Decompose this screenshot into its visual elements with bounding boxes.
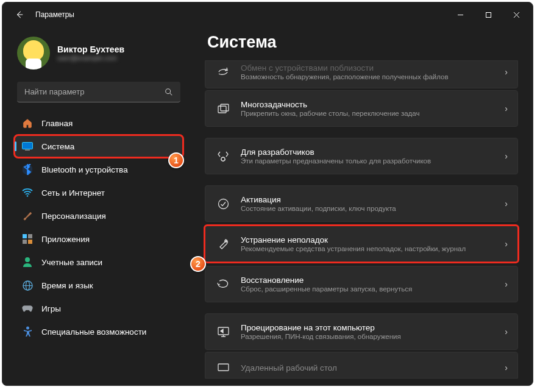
brush-icon bbox=[22, 210, 33, 221]
setting-row-share[interactable]: Обмен с устройствами поблизостиВозможнос… bbox=[205, 60, 518, 88]
arrow-left-icon bbox=[15, 10, 24, 19]
multitask-icon bbox=[216, 104, 230, 114]
setting-row-multitask[interactable]: МногозадачностьПрикрепить окна, рабочие … bbox=[205, 90, 518, 127]
nav-label: Приложения bbox=[41, 235, 90, 244]
sidebar-item-games[interactable]: Игры bbox=[15, 298, 183, 319]
row-title: Активация bbox=[241, 195, 494, 204]
chevron-right-icon: › bbox=[505, 151, 508, 161]
nav-label: Время и язык bbox=[41, 281, 93, 290]
svg-point-23 bbox=[225, 240, 226, 241]
search-input[interactable] bbox=[24, 87, 165, 96]
home-icon bbox=[22, 118, 33, 129]
content-area: Виктор Бухтеев user@example.com Главная bbox=[2, 27, 533, 385]
row-title: Многозадачность bbox=[241, 100, 494, 109]
row-title: Для разработчиков bbox=[241, 148, 494, 157]
svg-line-5 bbox=[170, 93, 172, 95]
nav-label: Система bbox=[41, 142, 74, 151]
row-sub: Рекомендуемые средства устранения непола… bbox=[241, 245, 494, 252]
row-title: Удаленный рабочий стол bbox=[241, 363, 494, 372]
chevron-right-icon: › bbox=[505, 327, 508, 337]
settings-window: Параметры Виктор Бухтеев user@example.co… bbox=[2, 2, 533, 386]
setting-row-activation[interactable]: АктивацияСостояние активации, подписки, … bbox=[205, 185, 518, 222]
svg-rect-7 bbox=[25, 150, 30, 151]
page-title: Система bbox=[207, 33, 518, 52]
nav-label: Bluetooth и устройства bbox=[41, 165, 128, 174]
user-email: user@example.com bbox=[57, 54, 124, 62]
main-panel: Система Обмен с устройствами поблизостиВ… bbox=[190, 27, 533, 385]
globe-icon bbox=[22, 280, 33, 291]
maximize-button[interactable] bbox=[474, 5, 502, 24]
nav-label: Главная bbox=[41, 119, 73, 128]
row-title: Восстановление bbox=[241, 276, 494, 285]
row-title: Проецирование на этот компьютер bbox=[241, 323, 494, 332]
settings-list: Обмен с устройствами поблизостиВозможнос… bbox=[205, 60, 518, 379]
gamepad-icon bbox=[22, 303, 33, 314]
back-button[interactable] bbox=[10, 5, 29, 24]
row-sub: Разрешения, ПИН-код связывания, обнаруже… bbox=[241, 333, 494, 340]
chevron-right-icon: › bbox=[505, 363, 508, 372]
step-badge-1: 1 bbox=[168, 152, 184, 168]
sidebar-item-accounts[interactable]: Учетные записи bbox=[15, 251, 183, 273]
setting-row-recovery[interactable]: ВосстановлениеСброс, расширенные парамет… bbox=[205, 266, 518, 302]
minimize-button[interactable] bbox=[446, 5, 474, 24]
svg-rect-10 bbox=[23, 234, 27, 238]
sidebar-item-system[interactable]: Система bbox=[15, 135, 183, 157]
svg-rect-20 bbox=[221, 104, 229, 111]
apps-icon bbox=[22, 233, 33, 244]
step-badge-2: 2 bbox=[190, 256, 206, 272]
remote-icon bbox=[216, 363, 230, 372]
sidebar-item-bluetooth[interactable]: Bluetooth и устройства bbox=[15, 159, 183, 180]
svg-point-14 bbox=[25, 257, 30, 262]
wrench-icon bbox=[216, 238, 230, 250]
setting-row-troubleshoot[interactable]: Устранение неполадокРекомендуемые средст… bbox=[205, 226, 518, 262]
svg-point-21 bbox=[221, 157, 225, 161]
svg-rect-12 bbox=[23, 240, 27, 244]
search-icon bbox=[165, 88, 173, 96]
nav-label: Персонализация bbox=[41, 212, 106, 221]
recovery-icon bbox=[216, 279, 230, 290]
sidebar-item-network[interactable]: Сеть и Интернет bbox=[15, 182, 183, 204]
svg-rect-1 bbox=[486, 12, 491, 17]
share-icon bbox=[216, 66, 230, 77]
bluetooth-icon bbox=[22, 164, 33, 175]
chevron-right-icon: › bbox=[505, 67, 508, 77]
developer-icon bbox=[216, 150, 230, 162]
sidebar: Виктор Бухтеев user@example.com Главная bbox=[2, 27, 190, 385]
sidebar-item-time[interactable]: Время и язык bbox=[15, 274, 183, 296]
system-icon bbox=[22, 141, 33, 152]
nav-label: Сеть и Интернет bbox=[41, 188, 105, 198]
setting-row-project[interactable]: Проецирование на этот компьютерРазрешени… bbox=[205, 313, 518, 350]
sidebar-item-home[interactable]: Главная bbox=[15, 112, 183, 134]
user-name: Виктор Бухтеев bbox=[57, 45, 124, 54]
svg-point-18 bbox=[26, 327, 29, 330]
setting-row-remote[interactable]: Удаленный рабочий стол › bbox=[205, 352, 518, 379]
svg-point-9 bbox=[27, 195, 29, 197]
sidebar-item-apps[interactable]: Приложения bbox=[15, 228, 183, 250]
search-box[interactable] bbox=[17, 82, 180, 102]
sidebar-item-accessibility[interactable]: Специальные возможности bbox=[15, 321, 183, 343]
user-block[interactable]: Виктор Бухтеев user@example.com bbox=[15, 34, 183, 78]
svg-rect-13 bbox=[28, 240, 32, 244]
nav-label: Учетные записи bbox=[41, 258, 102, 267]
minimize-icon bbox=[457, 12, 464, 18]
nav-list: Главная Система 1 Bluetooth и устройства… bbox=[15, 112, 183, 343]
titlebar: Параметры bbox=[2, 2, 533, 27]
avatar bbox=[17, 37, 50, 69]
wifi-icon bbox=[22, 187, 33, 198]
svg-rect-25 bbox=[218, 364, 229, 371]
sidebar-item-personalization[interactable]: Персонализация bbox=[15, 205, 183, 227]
maximize-icon bbox=[485, 12, 492, 18]
row-sub: Сброс, расширенные параметры запуска, ве… bbox=[241, 285, 494, 293]
row-sub: Прикрепить окна, рабочие столы, переключ… bbox=[241, 110, 494, 117]
nav-label: Игры bbox=[41, 304, 61, 313]
account-icon bbox=[22, 257, 33, 268]
chevron-right-icon: › bbox=[505, 279, 508, 289]
row-sub: Эти параметры предназначены только для р… bbox=[241, 157, 494, 165]
svg-point-22 bbox=[218, 199, 228, 208]
row-sub: Возможность обнаружения, расположение по… bbox=[241, 73, 494, 80]
svg-rect-6 bbox=[23, 143, 33, 149]
setting-row-developers[interactable]: Для разработчиковЭти параметры предназна… bbox=[205, 138, 518, 174]
close-button[interactable] bbox=[502, 5, 530, 24]
svg-point-4 bbox=[166, 88, 171, 93]
close-icon bbox=[513, 12, 520, 18]
